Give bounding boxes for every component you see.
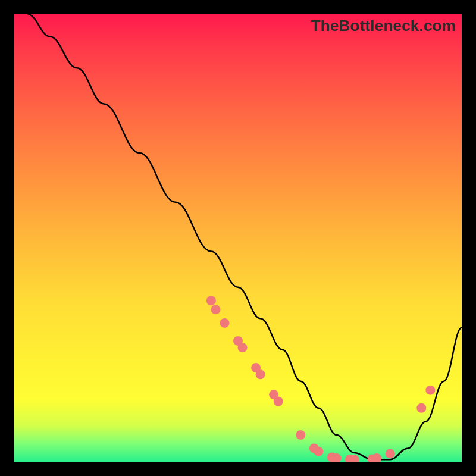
data-point: [220, 318, 229, 328]
chart-svg: [14, 14, 462, 462]
plot-area: TheBottleneck.com: [14, 14, 462, 462]
data-point: [425, 386, 435, 395]
data-point: [296, 430, 305, 440]
data-point: [416, 403, 426, 413]
bottleneck-curve: [28, 14, 462, 459]
data-point: [211, 305, 220, 314]
marker-layer: [206, 296, 435, 462]
data-point: [386, 449, 395, 458]
data-point: [314, 447, 323, 456]
curve-layer: [28, 14, 462, 459]
data-point: [256, 369, 265, 379]
data-point: [238, 343, 248, 352]
data-point: [206, 296, 216, 305]
data-point: [274, 396, 283, 406]
